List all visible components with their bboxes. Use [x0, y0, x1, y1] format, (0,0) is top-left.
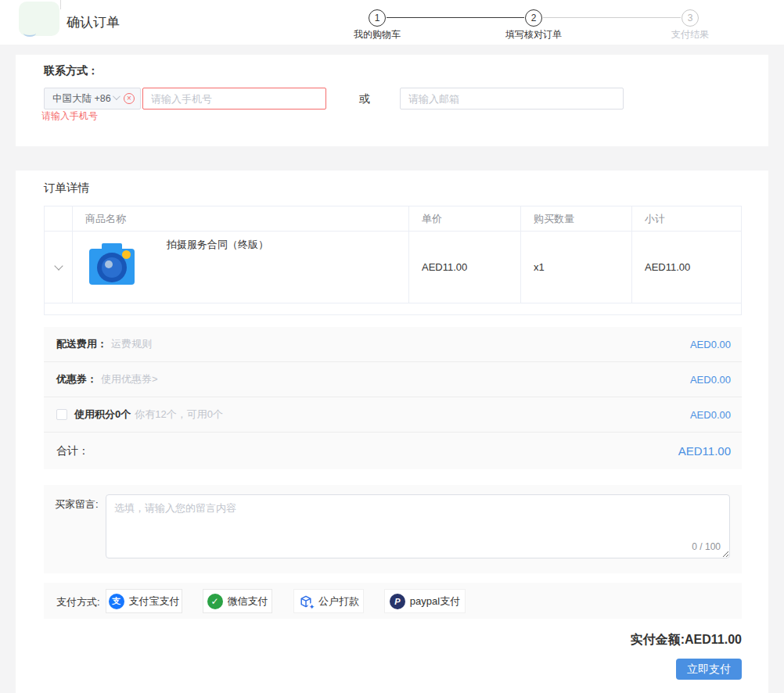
- coupon-row: 优惠券： 使用优惠券> AED0.00: [44, 362, 742, 397]
- expand-chevron-icon[interactable]: [54, 261, 63, 270]
- alipay-button[interactable]: 支 支付宝支付: [106, 589, 182, 613]
- order-table: 商品名称 单价 购买数量 小计 拍摄服务合同（终版） AED11.00: [44, 206, 742, 315]
- phone-input[interactable]: [142, 88, 326, 110]
- step-3-circle: 3: [682, 9, 699, 27]
- product-image[interactable]: [88, 242, 135, 285]
- phone-error-text: 请输入手机号: [41, 110, 98, 123]
- clear-error-icon[interactable]: ×: [124, 93, 135, 104]
- total-label: 合计：: [56, 444, 89, 458]
- col-subtotal: 小计: [632, 206, 741, 231]
- wechat-label: 微信支付: [228, 594, 268, 609]
- buyer-message-wrap: 0 / 100: [106, 494, 730, 558]
- step-2-label: 填写核对订单: [487, 28, 581, 41]
- shipping-fee-row: 配送费用： 运费规则 AED0.00: [44, 327, 742, 362]
- country-code-select[interactable]: 中国大陆 +86 ×: [44, 88, 141, 110]
- checkout-stepper: 1 2 3 我的购物车 填写核对订单 支付结果: [338, 4, 729, 40]
- step-1-label: 我的购物车: [330, 28, 424, 41]
- payment-method-label: 支付方式:: [56, 595, 100, 609]
- paypal-label: paypal支付: [410, 594, 460, 609]
- grand-total-amount: AED11.00: [685, 633, 742, 646]
- order-panel: 订单详情 商品名称 单价 购买数量 小计 拍摄服务: [16, 171, 768, 693]
- shipping-fee-label: 配送费用：: [56, 337, 107, 351]
- step-2-circle: 2: [525, 9, 542, 27]
- unit-price-cell: AED11.00: [409, 232, 521, 303]
- row-expand-cell[interactable]: [45, 232, 73, 303]
- points-label: 使用积分0个: [74, 408, 131, 422]
- col-unit-price: 单价: [409, 206, 521, 231]
- grand-total: 实付金额:AED11.00: [631, 632, 742, 648]
- wechat-pay-button[interactable]: ✓ 微信支付: [203, 589, 272, 613]
- corporate-transfer-icon: ✦: [298, 594, 314, 609]
- logo-mark: [23, 30, 36, 37]
- step-1-circle: 1: [369, 9, 386, 27]
- logo-edge: [60, 0, 61, 9]
- corporate-transfer-button[interactable]: ✦ 公户打款: [293, 589, 364, 613]
- grand-total-label: 实付金额:: [631, 633, 685, 646]
- email-input[interactable]: [400, 88, 624, 110]
- corporate-badge: ✦: [307, 603, 316, 612]
- buyer-message-label: 买家留言:: [55, 497, 99, 512]
- contact-panel: 联系方式： 中国大陆 +86 × 请输入手机号 或: [16, 55, 768, 146]
- subtotal-cell: AED11.00: [632, 232, 741, 303]
- char-counter: 0 / 100: [692, 541, 721, 552]
- header: 确认订单 1 2 3 我的购物车 填写核对订单 支付结果: [0, 0, 784, 45]
- paypal-icon: P: [390, 594, 405, 609]
- buyer-message-block: 买家留言: 0 / 100: [44, 485, 742, 573]
- total-amount: AED11.00: [678, 444, 731, 458]
- buyer-message-textarea[interactable]: [106, 494, 730, 558]
- points-hint: 你有12个，可用0个: [135, 408, 223, 422]
- alipay-label: 支付宝支付: [129, 594, 180, 609]
- coupon-label: 优惠券：: [56, 372, 97, 386]
- fee-summary-block: 配送费用： 运费规则 AED0.00 优惠券： 使用优惠券> AED0.00 使…: [44, 327, 742, 469]
- points-checkbox[interactable]: [56, 409, 67, 420]
- shipping-fee-amount: AED0.00: [690, 339, 731, 350]
- total-row: 合计： AED11.00: [44, 433, 742, 469]
- use-coupon-link[interactable]: 使用优惠券>: [101, 372, 158, 386]
- points-amount: AED0.00: [690, 409, 731, 421]
- or-label: 或: [359, 92, 370, 106]
- shipping-rules-link[interactable]: 运费规则: [111, 337, 152, 351]
- payment-method-block: 支付方式: 支 支付宝支付 ✓ 微信支付 ✦ 公户打款 P paypal支付: [44, 583, 742, 619]
- step-connector-2: [543, 17, 681, 18]
- country-code-value: 中国大陆 +86: [52, 92, 111, 106]
- points-row: 使用积分0个 你有12个，可用0个 AED0.00: [44, 397, 742, 433]
- order-table-header: 商品名称 单价 购买数量 小计: [45, 206, 741, 232]
- wechat-icon: ✓: [207, 594, 223, 609]
- order-section-title: 订单详情: [44, 181, 89, 196]
- corporate-label: 公户打款: [318, 594, 359, 609]
- camera-flash-dot: [122, 250, 131, 259]
- coupon-amount: AED0.00: [690, 374, 731, 386]
- col-product-name: 商品名称: [73, 206, 409, 231]
- step-3-label: 支付结果: [643, 28, 737, 41]
- pay-now-button[interactable]: 立即支付: [676, 659, 742, 680]
- page-title: 确认订单: [67, 13, 120, 31]
- product-name: 拍摄服务合同（终版）: [167, 238, 268, 252]
- expand-column-header: [45, 206, 73, 231]
- alipay-icon: 支: [109, 594, 124, 609]
- step-connector-1: [387, 17, 524, 18]
- paypal-button[interactable]: P paypal支付: [384, 589, 466, 613]
- product-cell: 拍摄服务合同（终版）: [73, 232, 409, 303]
- table-row: 拍摄服务合同（终版） AED11.00 x1 AED11.00: [45, 232, 741, 303]
- col-quantity: 购买数量: [521, 206, 632, 231]
- table-footer-strip: [45, 303, 741, 314]
- quantity-cell: x1: [521, 232, 632, 303]
- chevron-down-icon: [113, 92, 120, 100]
- camera-lens-inner: [102, 257, 122, 278]
- camera-glint: [105, 260, 113, 268]
- contact-section-label: 联系方式：: [44, 64, 99, 78]
